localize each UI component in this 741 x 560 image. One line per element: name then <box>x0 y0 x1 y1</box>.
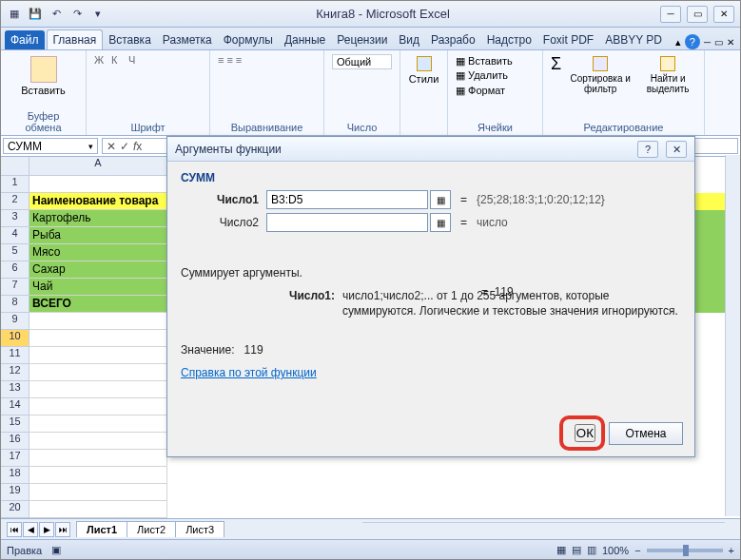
row-header[interactable]: 7 <box>1 279 29 296</box>
function-help-link[interactable]: Справка по этой функции <box>181 366 317 379</box>
minimize-button[interactable]: ─ <box>660 6 681 23</box>
workbook-close-icon[interactable]: ✕ <box>727 37 734 48</box>
tab-insert[interactable]: Вставка <box>103 30 157 49</box>
row-header[interactable]: 1 <box>1 176 29 193</box>
align-right-icon[interactable]: ≡ <box>236 54 242 66</box>
arg1-refedit-button[interactable]: ▦ <box>430 190 451 209</box>
cell[interactable] <box>29 347 167 364</box>
cell[interactable] <box>29 484 167 501</box>
col-header-a[interactable]: A <box>29 157 167 176</box>
arg2-input[interactable] <box>266 213 428 232</box>
cell[interactable] <box>29 467 167 484</box>
sheet-tab-3[interactable]: Лист3 <box>175 521 224 537</box>
row-header[interactable]: 10 <box>1 330 29 347</box>
cancel-formula-icon[interactable]: ✕ <box>107 140 116 153</box>
cell[interactable] <box>29 433 167 450</box>
row-header[interactable]: 6 <box>1 261 29 279</box>
row-header[interactable]: 12 <box>1 364 29 381</box>
name-box-dropdown-icon[interactable]: ▾ <box>88 142 93 151</box>
cancel-button[interactable]: Отмена <box>609 422 683 445</box>
cell[interactable]: Чай <box>29 279 167 296</box>
row-header[interactable]: 19 <box>1 484 29 501</box>
find-select-button[interactable]: Найти и выделить <box>639 54 696 96</box>
row-header[interactable]: 20 <box>1 501 29 518</box>
align-center-icon[interactable]: ≡ <box>226 54 232 66</box>
cell[interactable] <box>29 415 167 433</box>
horizontal-scrollbar[interactable] <box>362 522 725 538</box>
row-header[interactable]: 11 <box>1 347 29 364</box>
view-pagebreak-icon[interactable]: ▥ <box>587 544 596 556</box>
workbook-restore-icon[interactable]: ▭ <box>714 37 723 48</box>
vertical-scrollbar[interactable] <box>725 155 740 516</box>
tab-abbyy[interactable]: ABBYY PD <box>599 30 668 49</box>
sheet-nav-next[interactable]: ▶ <box>39 522 54 537</box>
sheet-nav-prev[interactable]: ◀ <box>23 522 38 537</box>
select-all-corner[interactable] <box>1 157 29 176</box>
undo-button[interactable]: ↶ <box>47 5 66 24</box>
row-header[interactable]: 3 <box>1 210 29 227</box>
zoom-slider[interactable] <box>647 549 723 552</box>
name-box[interactable]: СУММ ▾ <box>3 138 98 154</box>
ok-button[interactable]: ОК <box>575 424 595 442</box>
cell[interactable]: ВСЕГО <box>29 296 167 313</box>
workbook-min-icon[interactable]: ─ <box>704 37 711 48</box>
row-header[interactable]: 4 <box>1 227 29 244</box>
zoom-level[interactable]: 100% <box>602 545 629 556</box>
zoom-in-button[interactable]: + <box>729 545 734 556</box>
qat-more-icon[interactable]: ▾ <box>88 5 107 24</box>
number-format-select[interactable]: Общий <box>332 54 392 69</box>
sheet-tab-1[interactable]: Лист1 <box>76 521 127 537</box>
close-button[interactable]: ✕ <box>713 6 734 23</box>
cell[interactable] <box>29 176 167 193</box>
row-header[interactable]: 9 <box>1 313 29 330</box>
tab-pagelayout[interactable]: Разметка <box>157 30 218 49</box>
tab-foxit[interactable]: Foxit PDF <box>537 30 599 49</box>
row-header[interactable]: 15 <box>1 415 29 433</box>
cell[interactable] <box>29 398 167 415</box>
styles-button[interactable]: Стили <box>408 54 439 87</box>
minimize-ribbon-icon[interactable]: ▴ <box>675 36 681 48</box>
help-icon[interactable]: ? <box>685 34 700 49</box>
view-normal-icon[interactable]: ▦ <box>556 544 566 556</box>
maximize-button[interactable]: ▭ <box>687 6 708 23</box>
cell[interactable]: Сахар <box>29 261 167 279</box>
arg2-refedit-button[interactable]: ▦ <box>430 213 451 232</box>
row-header[interactable]: 18 <box>1 467 29 484</box>
fx-icon[interactable]: fx <box>133 140 142 153</box>
enter-formula-icon[interactable]: ✓ <box>120 140 129 153</box>
cell[interactable]: Наименование товара <box>29 193 167 210</box>
tab-formulas[interactable]: Формулы <box>218 30 279 49</box>
view-layout-icon[interactable]: ▤ <box>572 544 581 556</box>
cell[interactable]: Рыба <box>29 227 167 244</box>
row-header[interactable]: 16 <box>1 433 29 450</box>
zoom-out-button[interactable]: − <box>634 545 640 556</box>
bold-icon[interactable]: Ж <box>94 54 107 68</box>
autosum-icon[interactable]: Σ <box>551 54 561 96</box>
redo-button[interactable]: ↷ <box>68 5 87 24</box>
row-header[interactable]: 14 <box>1 398 29 415</box>
italic-icon[interactable]: К <box>111 54 125 68</box>
format-cells-button[interactable]: ▦ Формат <box>456 84 535 98</box>
dialog-close-button[interactable]: ✕ <box>666 141 687 158</box>
align-left-icon[interactable]: ≡ <box>218 54 224 66</box>
sheet-tab-2[interactable]: Лист2 <box>127 521 176 537</box>
row-header[interactable]: 2 <box>1 193 29 210</box>
macro-record-icon[interactable]: ▣ <box>51 544 61 556</box>
cell[interactable] <box>29 330 167 347</box>
dialog-help-button[interactable]: ? <box>637 141 658 158</box>
insert-cells-button[interactable]: ▦ Вставить <box>456 54 535 68</box>
tab-developer[interactable]: Разрабо <box>425 30 481 49</box>
cell[interactable]: Мясо <box>29 244 167 261</box>
cell[interactable]: Картофель <box>29 210 167 227</box>
row-header[interactable]: 17 <box>1 450 29 467</box>
tab-addins[interactable]: Надстро <box>481 30 537 49</box>
cell[interactable] <box>29 450 167 467</box>
cell[interactable] <box>29 313 167 330</box>
tab-data[interactable]: Данные <box>279 30 331 49</box>
sort-filter-button[interactable]: Сортировка и фильтр <box>567 54 634 96</box>
delete-cells-button[interactable]: ▦ Удалить <box>456 68 535 83</box>
arg1-input[interactable] <box>266 190 428 209</box>
cell[interactable] <box>29 364 167 381</box>
cell[interactable] <box>29 501 167 518</box>
row-header[interactable]: 5 <box>1 244 29 261</box>
